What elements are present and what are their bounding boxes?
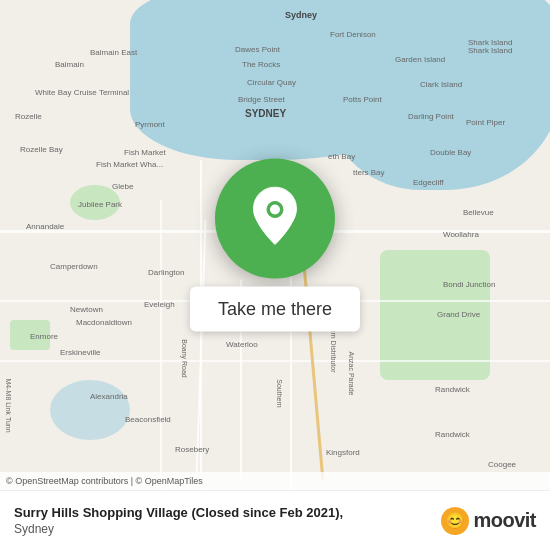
map-label-southern: Southern [276,379,283,407]
map-label-macdonaldtown: Macdonaldtown [76,318,132,327]
map-label-dawes-point: Dawes Point [235,45,280,54]
location-info: Surry Hills Shopping Village (Closed sin… [14,505,431,536]
moovit-logo: 😊 moovit [441,507,536,535]
map-label-alexandria: Alexandria [90,392,128,401]
map-label-double-bay: Double Bay [430,148,471,157]
map-label-rozelle-bay: Rozelle Bay [20,145,63,154]
map-label-point-piper: Point Piper [466,118,505,127]
map-label-darlington: Darlington [148,268,184,277]
map-label-fort-denison: Fort Denison [330,30,376,39]
map-label-glebe: Glebe [112,182,133,191]
map-label-sydney-2: SYDNEY [245,108,286,119]
bottom-bar: Surry Hills Shopping Village (Closed sin… [0,490,550,550]
map-label-edgecliff: Edgecliff [413,178,444,187]
map-label-bridge-st: Bridge Street [238,95,285,104]
svg-point-2 [270,204,280,214]
road-v3 [160,200,162,490]
map-label-sydney: Sydney [285,10,317,20]
road-h3 [0,360,550,362]
map-label-camperdown: Camperdown [50,262,98,271]
map-label-rozelle: Rozelle [15,112,42,121]
map-button-overlay: Take me there [190,159,360,332]
map-label-shark-island2: Shark Island [468,38,512,47]
map-label-boany-road: Boany Road [181,339,188,378]
map-label-bondi-junction: Bondi Junction [443,280,495,289]
map-label-the-rocks: The Rocks [242,60,280,69]
map-label-fish-market: Fish Market [124,148,166,157]
map-attribution: © OpenStreetMap contributors | © OpenMap… [0,472,550,490]
map-label-grand-drive: Grand Drive [437,310,480,319]
map-label-randwick: Randwick [435,385,470,394]
map-label-garden-island: Garden Island [395,55,445,64]
map-label-annandale: Annandale [26,222,64,231]
location-pin-container [215,159,335,279]
map-label-fish-market-wha: Fish Market Wha... [96,160,163,169]
map-label-potts-point: Potts Point [343,95,382,104]
map-label-eveleigh: Eveleigh [144,300,175,309]
map-label-balmain: Balmain [55,60,84,69]
map-label-anzac: Anzac Parade [348,352,355,396]
map-label-enmore: Enmore [30,332,58,341]
map-label-jubilee-park: Jubilee Park [78,200,122,209]
map-label-m4m8: M4-M8 Link Tunn [5,379,12,433]
map-label-newtown: Newtown [70,305,103,314]
map-label-pyrmont: Pyrmont [135,120,165,129]
map-label-shark-island: Shark Island [468,46,512,55]
map-label-rosebery: Rosebery [175,445,209,454]
map-label-coogee: Coogee [488,460,516,469]
map-label-waterloo: Waterloo [226,340,258,349]
map-label-circular-quay: Circular Quay [247,78,296,87]
map-label-balmain-east: Balmain East [90,48,137,57]
moovit-icon: 😊 [441,507,469,535]
map-label-clark-island: Clark Island [420,80,462,89]
map-label-randwick2: Randwick [435,430,470,439]
attribution-text: © OpenStreetMap contributors | © OpenMap… [6,476,203,486]
map-label-erskineville: Erskineville [60,348,100,357]
map-label-darling-point: Darling Point [408,112,454,121]
location-pin-svg [250,186,300,251]
map-label-bellevue: Bellevue [463,208,494,217]
take-me-there-button[interactable]: Take me there [190,287,360,332]
map-label-beaconsfield: Beaconsfield [125,415,171,424]
location-city: Sydney [14,522,431,536]
map-label-white-bay: White Bay Cruise Terminal [35,88,129,97]
map-container: Sydney Fort Denison Balmain East Dawes P… [0,0,550,490]
map-label-woollahra: Woollahra [443,230,479,239]
botany-bay [50,380,130,440]
moovit-text: moovit [473,509,536,532]
map-label-kingsford: Kingsford [326,448,360,457]
location-name: Surry Hills Shopping Village (Closed sin… [14,505,431,522]
